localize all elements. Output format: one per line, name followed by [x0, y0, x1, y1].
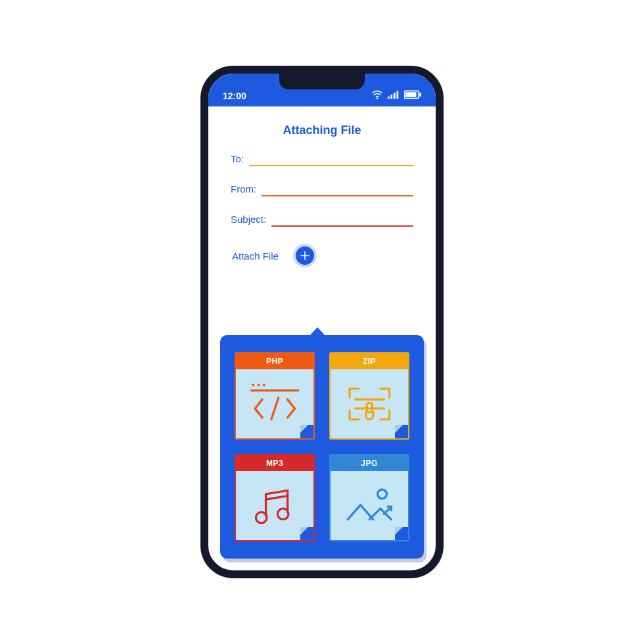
from-input[interactable]	[262, 183, 413, 196]
phone-frame: 12:00	[200, 66, 444, 578]
file-type-tray: PHP ZIP	[220, 335, 424, 559]
file-type-label: MP3	[236, 455, 313, 471]
svg-point-0	[377, 98, 378, 99]
plus-icon	[300, 251, 310, 260]
attach-label: Attach File	[232, 250, 279, 262]
svg-rect-4	[397, 91, 399, 99]
to-input[interactable]	[249, 153, 413, 166]
compose-form: To: From: Subject: Attach File	[208, 153, 436, 267]
svg-rect-7	[419, 93, 421, 97]
file-type-zip[interactable]: ZIP	[329, 352, 409, 440]
svg-point-19	[377, 490, 386, 499]
tray-pointer	[309, 327, 326, 336]
signal-icon	[388, 90, 400, 101]
svg-rect-6	[405, 92, 417, 97]
svg-point-17	[256, 512, 267, 523]
battery-icon	[404, 90, 421, 101]
svg-point-10	[262, 384, 265, 386]
status-bar: 12:00	[208, 74, 436, 106]
page-fold-corner	[395, 425, 408, 438]
subject-label: Subject:	[231, 214, 266, 225]
tray-grid: PHP ZIP	[220, 335, 424, 559]
file-type-label: JPG	[331, 455, 408, 471]
status-icons	[371, 90, 421, 101]
page-fold-corner	[395, 527, 408, 540]
status-time: 12:00	[223, 91, 246, 101]
subject-input[interactable]	[271, 214, 413, 227]
file-type-mp3[interactable]: MP3	[235, 454, 315, 541]
subject-field-row: Subject:	[231, 214, 413, 227]
svg-rect-3	[394, 93, 396, 99]
svg-line-16	[265, 495, 287, 499]
file-type-label: ZIP	[331, 354, 408, 369]
page-title: Attaching File	[208, 106, 436, 153]
svg-rect-2	[391, 95, 393, 99]
wifi-icon	[371, 90, 383, 101]
file-type-php[interactable]: PHP	[235, 352, 315, 440]
file-type-jpg[interactable]: JPG	[329, 454, 409, 541]
svg-point-8	[252, 384, 254, 386]
page-fold-corner	[300, 527, 313, 540]
svg-rect-1	[388, 97, 390, 99]
from-field-row: From:	[231, 183, 413, 196]
svg-line-12	[271, 398, 278, 419]
svg-point-18	[277, 509, 288, 520]
page-fold-corner	[300, 425, 313, 438]
svg-point-9	[257, 384, 260, 386]
file-type-label: PHP	[236, 354, 313, 369]
to-label: To:	[231, 153, 244, 164]
attach-row: Attach File	[231, 244, 413, 267]
attach-file-button[interactable]	[293, 244, 317, 267]
to-field-row: To:	[231, 153, 413, 166]
from-label: From:	[231, 183, 256, 195]
